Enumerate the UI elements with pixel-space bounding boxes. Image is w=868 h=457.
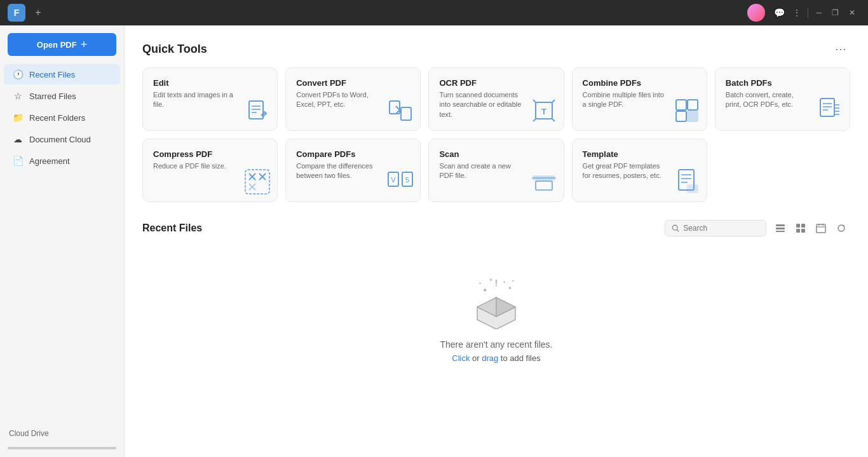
tool-compress-pdf[interactable]: Compress PDF Reduce a PDF file size. (142, 139, 278, 202)
search-input[interactable] (683, 224, 759, 233)
titlebar-separator (808, 8, 808, 18)
view-buttons (771, 221, 850, 236)
open-pdf-button[interactable]: Open PDF + (8, 33, 116, 56)
svg-rect-31 (536, 181, 552, 190)
more-options-button[interactable]: ⋮ (789, 5, 805, 20)
sidebar-item-starred-files[interactable]: ☆ Starred Files (4, 86, 120, 106)
search-icon (672, 224, 679, 233)
or-text: or (470, 353, 482, 363)
sidebar-item-label-folders: Recent Folders (29, 113, 85, 123)
grid-view-button[interactable] (792, 221, 810, 236)
tool-compress-title: Compress PDF (153, 149, 267, 159)
tool-template-desc: Get great PDF templates for resumes, pos… (583, 161, 665, 181)
sidebar-scrollbar[interactable] (8, 447, 116, 449)
template-icon (676, 168, 700, 195)
tool-template[interactable]: Template Get great PDF templates for res… (572, 139, 707, 202)
recent-files-title: Recent Files (142, 222, 665, 234)
tool-ocr-title: OCR PDF (439, 78, 553, 88)
calendar-view-button[interactable] (812, 221, 830, 236)
batch-icon (817, 97, 843, 124)
quick-tools-title: Quick Tools (142, 43, 207, 56)
svg-rect-44 (801, 224, 805, 228)
tool-ocr-pdf[interactable]: OCR PDF Turn scanned documents into sear… (428, 67, 564, 131)
svg-line-39 (677, 229, 679, 231)
svg-rect-45 (796, 229, 800, 233)
recent-files-header: Recent Files (142, 220, 850, 236)
tool-scan-title: Scan (439, 149, 553, 159)
svg-text:✦: ✦ (503, 280, 506, 284)
svg-text:!: ! (495, 278, 498, 288)
empty-state-link: Click or drag to add files (452, 353, 541, 363)
svg-point-38 (672, 225, 677, 230)
svg-text:✦: ✦ (482, 287, 487, 294)
chat-icon-button[interactable]: 💬 (770, 5, 789, 20)
tool-edit[interactable]: Edit Edit texts and images in a file. (142, 67, 278, 131)
convert-icon (387, 97, 414, 124)
click-link[interactable]: Click (452, 353, 470, 363)
svg-rect-42 (776, 231, 785, 232)
main-content: Quick Tools ⋯ Edit Edit texts and images… (125, 25, 868, 457)
svg-rect-40 (776, 224, 785, 226)
refresh-button[interactable] (832, 221, 850, 236)
sidebar-item-recent-files[interactable]: 🕐 Recent Files (4, 64, 120, 85)
quick-tools-more-button[interactable]: ⋯ (831, 41, 850, 57)
after-text: to add files (498, 353, 541, 363)
svg-text:✦: ✦ (512, 279, 515, 283)
svg-rect-47 (817, 224, 825, 233)
svg-rect-41 (776, 228, 785, 229)
sidebar-item-agreement[interactable]: 📄 Agreement (4, 151, 120, 171)
list-view-button[interactable] (771, 221, 789, 236)
quick-tools-header: Quick Tools ⋯ (142, 41, 850, 57)
tool-combine-desc: Combine multiple files into a single PDF… (583, 90, 665, 110)
svg-rect-37 (688, 185, 698, 193)
app-body: Open PDF + 🕐 Recent Files ☆ Starred File… (0, 25, 868, 457)
starred-files-icon: ☆ (13, 91, 23, 101)
tool-compare-pdfs[interactable]: Compare PDFs Compare the differences bet… (285, 139, 421, 202)
tool-batch-pdfs[interactable]: Batch PDFs Batch convert, create, print,… (715, 67, 850, 131)
avatar[interactable] (747, 4, 765, 22)
tool-edit-desc: Edit texts and images in a file. (153, 90, 236, 110)
tool-batch-title: Batch PDFs (726, 78, 839, 88)
svg-rect-13 (676, 100, 686, 110)
tool-compare-title: Compare PDFs (296, 149, 410, 159)
tool-convert-title: Convert PDF (296, 78, 410, 88)
scan-icon (531, 168, 557, 195)
maximize-button[interactable]: ❐ (827, 6, 844, 20)
svg-line-12 (552, 119, 555, 121)
open-pdf-label: Open PDF (37, 40, 77, 50)
recent-folders-icon: 📁 (13, 113, 23, 123)
tool-compress-desc: Reduce a PDF file size. (153, 161, 236, 171)
close-button[interactable]: ✕ (844, 6, 860, 20)
svg-rect-43 (796, 224, 800, 228)
svg-line-11 (533, 119, 536, 121)
minimize-button[interactable]: ─ (811, 6, 827, 20)
recent-files-icon: 🕐 (13, 69, 23, 79)
svg-rect-0 (249, 101, 263, 119)
tool-compare-desc: Compare the differences between two file… (296, 161, 379, 181)
sidebar-item-recent-folders[interactable]: 📁 Recent Folders (4, 107, 120, 128)
tool-template-title: Template (583, 149, 696, 159)
sidebar-item-label-cloud: Document Cloud (29, 135, 91, 144)
tool-convert-pdf[interactable]: Convert PDF Convert PDFs to Word, Excel,… (285, 67, 421, 131)
tool-ocr-desc: Turn scanned documents into searchable o… (439, 90, 522, 119)
cloud-drive-label: Cloud Drive (0, 423, 124, 444)
ocr-icon: T (531, 97, 557, 124)
tool-combine-pdfs[interactable]: Combine PDFs Combine multiple files into… (572, 67, 707, 131)
tool-convert-desc: Convert PDFs to Word, Excel, PPT, etc. (296, 90, 379, 110)
sidebar-item-document-cloud[interactable]: ☁ Document Cloud (4, 129, 120, 149)
new-tab-button[interactable]: + (31, 5, 46, 20)
search-box[interactable] (665, 220, 766, 236)
tool-scan[interactable]: Scan Scan and create a new PDF file. (428, 139, 564, 202)
empty-state: ! ✦ ✦ ✦ ✦ ✦ ✦ There aren't any recent fi… (142, 247, 850, 401)
svg-text:5: 5 (405, 176, 409, 184)
sidebar-item-label-agreement: Agreement (29, 156, 70, 166)
empty-state-text: There aren't any recent files. (440, 339, 553, 350)
svg-rect-6 (401, 107, 411, 120)
combine-icon (674, 97, 700, 124)
svg-text:T: T (541, 107, 546, 116)
drag-link[interactable]: drag (482, 353, 498, 363)
svg-rect-15 (676, 111, 686, 121)
tool-batch-desc: Batch convert, create, print, OCR PDFs, … (726, 90, 808, 110)
svg-text:✦: ✦ (508, 285, 512, 291)
svg-text:V: V (391, 176, 397, 184)
